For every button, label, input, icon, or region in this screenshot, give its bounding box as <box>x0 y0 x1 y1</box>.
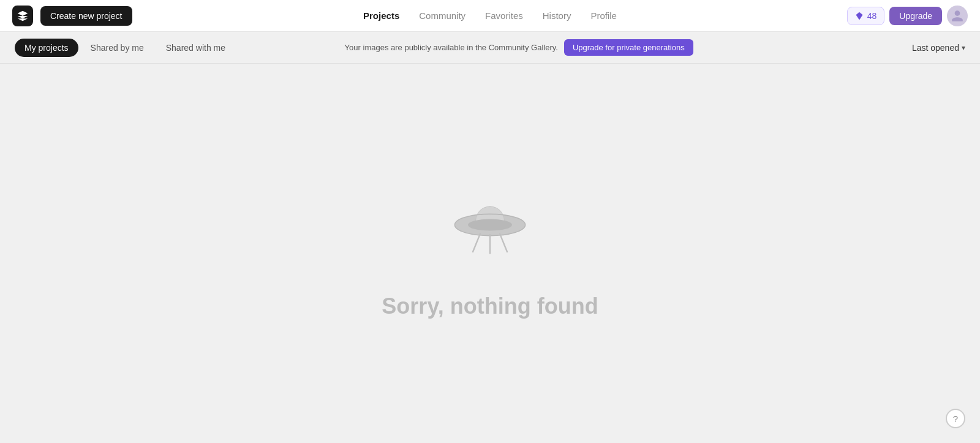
credits-count: 48 <box>867 11 877 21</box>
nav-profile[interactable]: Profile <box>590 10 617 21</box>
chevron-down-icon: ▾ <box>962 44 965 52</box>
svg-line-5 <box>500 233 507 252</box>
sort-button[interactable]: Last opened ▾ <box>912 43 965 53</box>
empty-ufo-illustration <box>441 176 539 274</box>
svg-point-2 <box>468 219 512 230</box>
nav-community[interactable]: Community <box>419 10 466 21</box>
main-content: Sorry, nothing found <box>0 64 980 419</box>
diamond-icon <box>855 12 864 20</box>
header-left: Create new project <box>12 6 132 26</box>
header-right: 48 Upgrade <box>847 6 968 26</box>
help-icon: ? <box>953 414 958 424</box>
header-nav: Projects Community Favorites History Pro… <box>363 10 617 21</box>
tab-shared-with-me[interactable]: Shared with me <box>156 39 235 57</box>
empty-state-title: Sorry, nothing found <box>382 293 598 319</box>
avatar[interactable] <box>947 6 968 26</box>
create-new-project-button[interactable]: Create new project <box>40 6 132 26</box>
tab-my-projects[interactable]: My projects <box>15 39 78 57</box>
help-button[interactable]: ? <box>946 409 965 428</box>
nav-projects[interactable]: Projects <box>363 10 399 21</box>
subheader-center: Your images are publicly available in th… <box>345 39 693 56</box>
upgrade-private-button[interactable]: Upgrade for private generations <box>564 39 693 56</box>
tab-shared-by-me[interactable]: Shared by me <box>81 39 154 57</box>
upgrade-button[interactable]: Upgrade <box>889 7 942 25</box>
header: Create new project Projects Community Fa… <box>0 0 980 32</box>
tab-group: My projects Shared by me Shared with me <box>15 39 235 57</box>
nav-history[interactable]: History <box>543 10 571 21</box>
sort-label: Last opened <box>912 43 959 53</box>
community-notice-text: Your images are publicly available in th… <box>345 43 558 52</box>
credits-button[interactable]: 48 <box>847 7 885 25</box>
subheader: My projects Shared by me Shared with me … <box>0 32 980 64</box>
logo-icon[interactable] <box>12 6 33 26</box>
nav-favorites[interactable]: Favorites <box>485 10 523 21</box>
svg-line-3 <box>473 233 480 252</box>
